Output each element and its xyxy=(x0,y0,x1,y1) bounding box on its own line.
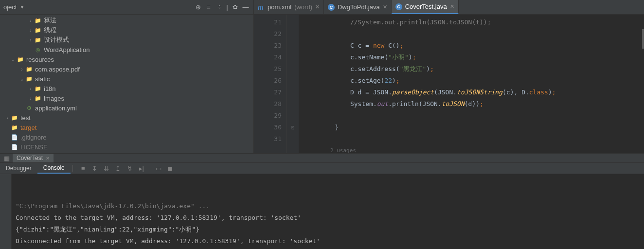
run-tab-covertest[interactable]: CoverTest ✕ xyxy=(13,154,54,162)
expand-arrow-icon[interactable]: › xyxy=(4,115,11,121)
close-icon[interactable]: ✕ xyxy=(450,3,454,10)
expand-arrow-icon[interactable]: › xyxy=(27,18,34,23)
separator: | xyxy=(225,2,230,13)
tree-item-label: 设计模式 xyxy=(44,36,69,44)
tree-item[interactable]: ›📁com.aspose.pdf xyxy=(0,64,253,74)
tree-item-label: i18n xyxy=(44,85,56,92)
line-number[interactable]: 22 xyxy=(254,28,282,40)
expand-arrow-icon[interactable]: › xyxy=(27,28,34,33)
expand-arrow-icon[interactable]: ⌄ xyxy=(18,76,25,82)
console-line: Connected to the target VM, address: '12… xyxy=(16,212,640,224)
code-line[interactable] xyxy=(304,28,644,40)
editor-tab[interactable]: CDwgToPdf.java✕ xyxy=(324,0,392,14)
line-number[interactable]: 27 xyxy=(254,87,282,98)
maven-icon: m xyxy=(258,4,265,11)
tree-item-label: resources xyxy=(26,56,54,63)
code-line[interactable] xyxy=(304,110,644,122)
project-tree[interactable]: ›📁算法›📁线程›📁设计模式◎WordApplication⌄📁resource… xyxy=(0,15,253,153)
select-opened-icon[interactable]: ⊕ xyxy=(193,2,203,13)
code-line[interactable]: //System.out.println(JSON.toJSON(t)); xyxy=(304,17,644,28)
java-class-icon: C xyxy=(328,4,335,11)
console-sidebar xyxy=(0,174,12,249)
tab-label: pom.xml xyxy=(268,3,291,11)
line-gutter[interactable]: 2122232425262728293031 xyxy=(254,15,287,153)
code-line[interactable]: } xyxy=(304,122,644,133)
debug-toolbar: Debugger Console ≡ ↧ ⇊ ↥ ↯ ▸| ▭ ≣ xyxy=(0,162,644,174)
editor-panel: mpom.xml(word)✕CDwgToPdf.java✕CCoverTest… xyxy=(254,0,644,153)
usages-hint[interactable]: 2 usages xyxy=(304,145,644,153)
hide-panel-icon[interactable]: — xyxy=(240,2,251,13)
console-tab[interactable]: Console xyxy=(37,163,71,174)
close-icon[interactable]: ✕ xyxy=(383,4,387,10)
line-number[interactable]: 24 xyxy=(254,52,282,63)
code-line[interactable] xyxy=(304,133,644,145)
tree-item-label: target xyxy=(20,124,36,131)
tree-item[interactable]: ›📁算法 xyxy=(0,16,253,25)
expand-arrow-icon[interactable]: › xyxy=(27,37,34,43)
collapse-all-icon[interactable]: ÷ xyxy=(214,2,225,13)
step-over-icon[interactable]: ≡ xyxy=(78,163,89,174)
evaluate-icon[interactable]: ▭ xyxy=(153,163,164,174)
line-number[interactable]: 26 xyxy=(254,75,282,87)
code-line[interactable]: D d = JSON.parseObject(JSON.toJSONString… xyxy=(304,87,644,98)
line-number[interactable]: 30 xyxy=(254,122,282,133)
line-number[interactable]: 28 xyxy=(254,98,282,110)
trace-icon[interactable]: ≣ xyxy=(165,163,176,174)
step-into-icon[interactable]: ↧ xyxy=(89,163,100,174)
code-line[interactable]: c.setName("小明"); xyxy=(304,52,644,63)
code-line[interactable]: System.out.println(JSON.toJSON(d)); xyxy=(304,98,644,110)
tree-item-label: 线程 xyxy=(44,26,56,35)
tree-item[interactable]: ›📁线程 xyxy=(0,25,253,35)
project-title: oject xyxy=(3,3,17,11)
editor-tab[interactable]: CCoverTest.java✕ xyxy=(392,0,459,14)
tree-item-label: images xyxy=(44,95,64,102)
tree-item[interactable]: ◎WordApplication xyxy=(0,45,253,54)
drop-frame-icon[interactable]: ↯ xyxy=(125,163,135,174)
tree-item[interactable]: 📄.gitignore xyxy=(0,132,253,142)
java-class-icon: C xyxy=(395,3,402,10)
project-header: oject ▾ ⊕ ≡ ÷ | ✿ — xyxy=(0,0,253,15)
expand-arrow-icon[interactable]: › xyxy=(18,67,25,72)
console-line: "C:\Program Files\Java\jdk-17.0.2\bin\ja… xyxy=(16,200,640,212)
line-number[interactable]: 23 xyxy=(254,40,282,52)
tree-item[interactable]: ›📁images xyxy=(0,93,253,103)
tree-item-label: .gitignore xyxy=(20,134,46,141)
close-icon[interactable]: ✕ xyxy=(315,4,320,10)
code-line[interactable]: c.setAddress("黑龙江"); xyxy=(304,63,644,75)
code-line[interactable]: c.setAge(22); xyxy=(304,75,644,87)
editor-tab[interactable]: mpom.xml(word)✕ xyxy=(254,0,324,14)
step-out-icon[interactable]: ↥ xyxy=(113,163,124,174)
tree-item[interactable]: ›📁i18n xyxy=(0,84,253,93)
console-line xyxy=(16,247,640,249)
code-area[interactable]: //System.out.println(JSON.toJSON(t)); C … xyxy=(299,15,644,153)
line-number[interactable]: 29 xyxy=(254,110,282,122)
console-output[interactable]: "C:\Program Files\Java\jdk-17.0.2\bin\ja… xyxy=(12,174,644,249)
expand-arrow-icon[interactable]: › xyxy=(27,86,34,91)
tree-item[interactable]: ⚙application.yml xyxy=(0,103,253,113)
tree-item[interactable]: 📄LICENSE xyxy=(0,142,253,152)
project-dropdown-icon[interactable]: ▾ xyxy=(18,4,25,10)
tree-item[interactable]: ›📁设计模式 xyxy=(0,35,253,45)
tree-item[interactable]: ⌄📁static xyxy=(0,74,253,84)
line-number[interactable]: 31 xyxy=(254,133,282,145)
line-number[interactable]: 21 xyxy=(254,17,282,28)
expand-arrow-icon[interactable]: › xyxy=(27,96,34,101)
run-to-cursor-icon[interactable]: ▸| xyxy=(136,163,147,174)
tree-item-label: com.aspose.pdf xyxy=(35,66,80,73)
tree-item-label: static xyxy=(35,75,50,83)
debugger-tab[interactable]: Debugger xyxy=(0,163,37,174)
tree-item[interactable]: ⌄📁resources xyxy=(0,54,253,64)
expand-arrow-icon[interactable]: ⌄ xyxy=(10,57,17,62)
expand-all-icon[interactable]: ≡ xyxy=(203,2,214,13)
tab-label: CoverTest.java xyxy=(405,3,447,10)
code-line[interactable]: C c = new C(); xyxy=(304,40,644,52)
run-config-icon: ▦ xyxy=(4,155,10,162)
gutter-icons[interactable]: ⎘ xyxy=(287,15,299,153)
run-panel: ▦ CoverTest ✕ Debugger Console ≡ ↧ ⇊ ↥ ↯… xyxy=(0,153,644,249)
tree-item[interactable]: 📁target xyxy=(0,123,253,132)
tree-item[interactable]: ›📁test xyxy=(0,113,253,123)
line-number[interactable]: 25 xyxy=(254,63,282,75)
force-step-into-icon[interactable]: ⇊ xyxy=(101,163,112,174)
settings-gear-icon[interactable]: ✿ xyxy=(230,2,240,13)
close-icon[interactable]: ✕ xyxy=(46,156,50,161)
